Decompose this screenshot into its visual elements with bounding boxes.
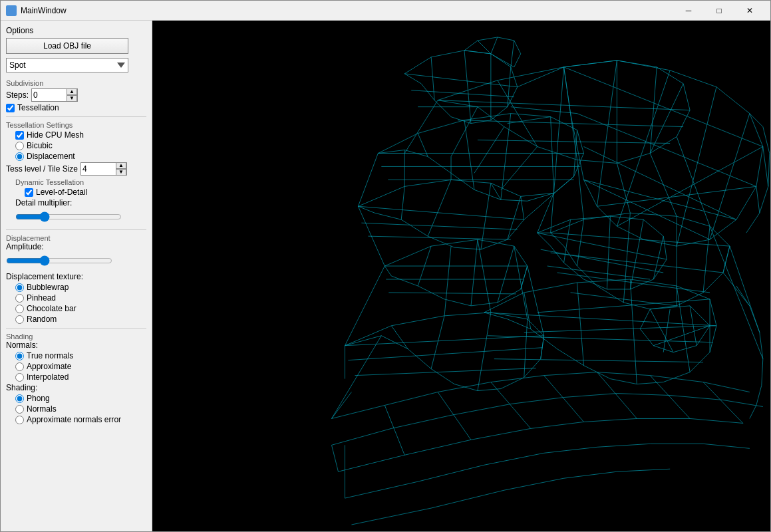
detail-multiplier-label: Detail multiplier: (15, 198, 146, 207)
subdivision-header: Subdivision (6, 79, 146, 87)
displacement-texture-label: Displacement texture: (6, 272, 146, 281)
options-header: Options (6, 26, 146, 35)
tessellation-checkbox-row: Tessellation (6, 103, 146, 112)
normals-shading-radio-row: Normals (15, 404, 146, 414)
displacement-radio[interactable] (15, 152, 24, 161)
bubblewrap-radio[interactable] (15, 283, 24, 292)
steps-row: Steps: ▲ ▼ (6, 88, 146, 102)
dynamic-tess-header: Dynamic Tessellation (15, 178, 146, 186)
hide-cpu-mesh-row: Hide CPU Mesh (15, 130, 146, 140)
load-obj-button[interactable]: Load OBJ file (6, 38, 128, 54)
bicubic-radio[interactable] (15, 142, 24, 150)
shading-header: Shading (6, 332, 146, 340)
detail-multiplier-slider[interactable] (15, 210, 122, 223)
approximate-radio[interactable] (15, 362, 24, 371)
model-select[interactable]: Spot Custom (6, 58, 128, 72)
viewport[interactable] (152, 21, 770, 531)
tess-level-spinbox[interactable]: ▲ ▼ (80, 162, 127, 176)
random-label: Random (27, 315, 57, 324)
normals-label: Normals: (6, 340, 146, 350)
true-normals-label: True normals (27, 351, 73, 360)
maximize-button[interactable]: □ (704, 1, 734, 21)
normals-shading-label: Normals (27, 404, 57, 414)
steps-spinbox[interactable]: ▲ ▼ (31, 88, 78, 102)
tess-level-row: Tess level / Tile Size ▲ ▼ (6, 162, 146, 176)
svg-rect-0 (152, 21, 770, 531)
phong-label: Phong (27, 394, 50, 403)
lod-checkbox[interactable] (25, 188, 33, 197)
divider-3 (6, 328, 146, 329)
tess-spinbox-up[interactable]: ▲ (116, 162, 126, 169)
normals-shading-radio[interactable] (15, 405, 24, 414)
chocolate-bar-radio-row: Chocolate bar (15, 304, 146, 313)
divider-2 (6, 229, 146, 230)
sidebar: Options Load OBJ file Spot Custom Subdiv… (1, 21, 152, 531)
main-window: MainWindow ─ □ ✕ Options Load OBJ file S… (0, 0, 771, 532)
random-radio[interactable] (15, 315, 24, 324)
window-title: MainWindow (21, 6, 673, 15)
interpolated-label: Interpolated (27, 372, 69, 382)
amplitude-slider[interactable] (6, 254, 112, 267)
phong-radio[interactable] (15, 394, 24, 403)
pinhead-label: Pinhead (27, 293, 56, 303)
detail-multiplier-slider-container (15, 210, 146, 225)
app-icon (6, 5, 17, 16)
steps-label: Steps: (6, 90, 29, 100)
dynamic-tess-group: Dynamic Tessellation Level-of-Detail Det… (15, 178, 146, 225)
displacement-header: Displacement (6, 234, 146, 242)
tess-level-input[interactable] (82, 164, 116, 174)
tess-level-label: Tess level / Tile Size (6, 164, 78, 174)
true-normals-radio[interactable] (15, 352, 24, 360)
tessellation-checkbox[interactable] (6, 104, 15, 112)
random-radio-row: Random (15, 315, 146, 324)
lod-label: Level-of-Detail (36, 188, 87, 197)
mesh-canvas (152, 21, 770, 531)
tess-spinbox-down[interactable]: ▼ (116, 169, 126, 176)
approx-error-label: Approximate normals error (27, 415, 121, 424)
bicubic-label: Bicubic (27, 141, 53, 150)
spinbox-up[interactable]: ▲ (67, 88, 77, 95)
approx-error-radio-row: Approximate normals error (15, 415, 146, 424)
phong-radio-row: Phong (15, 394, 146, 403)
title-bar: MainWindow ─ □ ✕ (1, 1, 770, 21)
bubblewrap-radio-row: Bubblewrap (15, 283, 146, 292)
hide-cpu-mesh-checkbox[interactable] (15, 131, 24, 140)
approximate-radio-row: Approximate (15, 362, 146, 371)
close-button[interactable]: ✕ (734, 1, 765, 21)
amplitude-label: Amplitude: (6, 242, 146, 251)
lod-checkbox-row: Level-of-Detail (25, 188, 146, 197)
interpolated-radio[interactable] (15, 373, 24, 382)
steps-input[interactable] (33, 90, 67, 100)
window-controls: ─ □ ✕ (673, 1, 765, 21)
bubblewrap-label: Bubblewrap (27, 283, 69, 292)
approx-error-radio[interactable] (15, 416, 24, 424)
tess-spinbox-buttons: ▲ ▼ (116, 162, 126, 176)
amplitude-slider-container (6, 254, 146, 269)
tessellation-label: Tessellation (17, 103, 59, 112)
minimize-button[interactable]: ─ (673, 1, 704, 21)
chocolate-bar-label: Chocolate bar (27, 304, 77, 313)
spinbox-buttons: ▲ ▼ (67, 88, 77, 102)
interpolated-radio-row: Interpolated (15, 372, 146, 382)
hide-cpu-mesh-label: Hide CPU Mesh (27, 130, 84, 140)
true-normals-radio-row: True normals (15, 351, 146, 360)
displacement-radio-row: Displacement (15, 152, 146, 161)
displacement-label: Displacement (27, 152, 75, 161)
shading-mode-label: Shading: (6, 383, 146, 392)
pinhead-radio-row: Pinhead (15, 293, 146, 303)
divider-1 (6, 116, 146, 117)
approximate-label: Approximate (27, 362, 71, 371)
spinbox-down[interactable]: ▼ (67, 95, 77, 102)
chocolate-bar-radio[interactable] (15, 305, 24, 313)
main-content: Options Load OBJ file Spot Custom Subdiv… (1, 21, 770, 531)
pinhead-radio[interactable] (15, 294, 24, 303)
bicubic-radio-row: Bicubic (15, 141, 146, 150)
tessellation-settings-header: Tessellation Settings (6, 121, 146, 129)
